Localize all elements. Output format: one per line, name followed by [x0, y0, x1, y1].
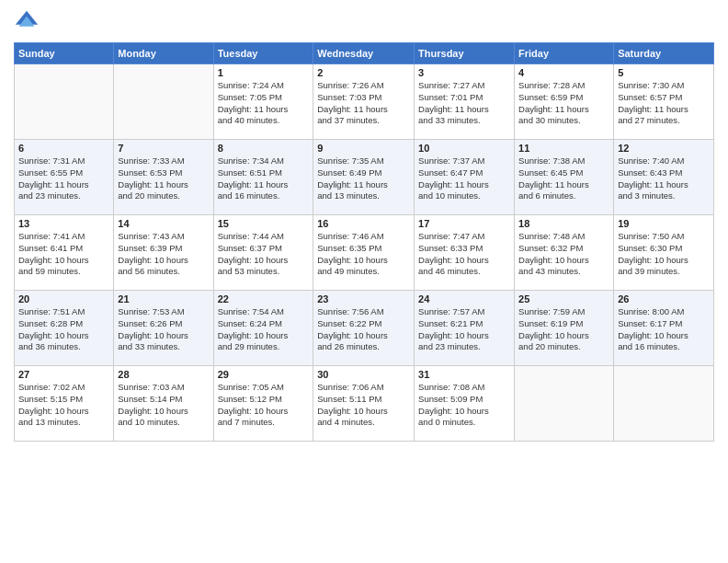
day-header-thursday: Thursday: [415, 43, 515, 64]
day-info: Sunrise: 7:50 AM Sunset: 6:30 PM Dayligh…: [618, 231, 710, 278]
header-row: SundayMondayTuesdayWednesdayThursdayFrid…: [15, 43, 714, 64]
day-info: Sunrise: 7:46 AM Sunset: 6:35 PM Dayligh…: [317, 231, 410, 278]
calendar-cell: 2Sunrise: 7:26 AM Sunset: 7:03 PM Daylig…: [313, 64, 415, 140]
calendar-cell: 22Sunrise: 7:54 AM Sunset: 6:24 PM Dayli…: [213, 291, 313, 366]
calendar-cell: 24Sunrise: 7:57 AM Sunset: 6:21 PM Dayli…: [415, 291, 515, 366]
calendar-cell: 7Sunrise: 7:33 AM Sunset: 6:53 PM Daylig…: [114, 140, 213, 215]
calendar-cell: 26Sunrise: 8:00 AM Sunset: 6:17 PM Dayli…: [614, 291, 714, 366]
day-info: Sunrise: 7:48 AM Sunset: 6:32 PM Dayligh…: [518, 231, 609, 278]
calendar-cell: 13Sunrise: 7:41 AM Sunset: 6:41 PM Dayli…: [15, 215, 114, 291]
day-info: Sunrise: 7:47 AM Sunset: 6:33 PM Dayligh…: [418, 231, 510, 278]
day-number: 19: [618, 218, 710, 229]
day-number: 20: [18, 293, 109, 304]
day-info: Sunrise: 7:35 AM Sunset: 6:49 PM Dayligh…: [317, 155, 410, 202]
day-number: 25: [518, 293, 609, 304]
calendar-cell: 19Sunrise: 7:50 AM Sunset: 6:30 PM Dayli…: [614, 215, 714, 291]
calendar-table: SundayMondayTuesdayWednesdayThursdayFrid…: [14, 42, 714, 442]
day-number: 7: [118, 143, 209, 154]
day-number: 13: [18, 218, 109, 229]
calendar-cell: [114, 64, 213, 140]
calendar-cell: 17Sunrise: 7:47 AM Sunset: 6:33 PM Dayli…: [415, 215, 515, 291]
calendar-week-4: 20Sunrise: 7:51 AM Sunset: 6:28 PM Dayli…: [15, 291, 714, 366]
calendar-cell: [15, 64, 114, 140]
day-number: 27: [18, 369, 109, 380]
day-info: Sunrise: 7:02 AM Sunset: 5:15 PM Dayligh…: [18, 382, 109, 429]
calendar-week-1: 1Sunrise: 7:24 AM Sunset: 7:05 PM Daylig…: [15, 64, 714, 140]
calendar-cell: 10Sunrise: 7:37 AM Sunset: 6:47 PM Dayli…: [415, 140, 515, 215]
calendar-cell: 27Sunrise: 7:02 AM Sunset: 5:15 PM Dayli…: [15, 366, 114, 442]
day-header-friday: Friday: [515, 43, 614, 64]
day-info: Sunrise: 7:41 AM Sunset: 6:41 PM Dayligh…: [18, 231, 109, 278]
calendar-cell: 14Sunrise: 7:43 AM Sunset: 6:39 PM Dayli…: [114, 215, 213, 291]
calendar-cell: 11Sunrise: 7:38 AM Sunset: 6:45 PM Dayli…: [515, 140, 614, 215]
day-number: 2: [317, 67, 410, 78]
calendar-cell: 25Sunrise: 7:59 AM Sunset: 6:19 PM Dayli…: [515, 291, 614, 366]
day-info: Sunrise: 7:24 AM Sunset: 7:05 PM Dayligh…: [218, 80, 310, 127]
calendar-cell: 29Sunrise: 7:05 AM Sunset: 5:12 PM Dayli…: [213, 366, 313, 442]
day-header-monday: Monday: [114, 43, 213, 64]
day-info: Sunrise: 7:33 AM Sunset: 6:53 PM Dayligh…: [118, 155, 209, 202]
day-number: 5: [618, 67, 710, 78]
calendar-cell: 21Sunrise: 7:53 AM Sunset: 6:26 PM Dayli…: [114, 291, 213, 366]
calendar-week-2: 6Sunrise: 7:31 AM Sunset: 6:55 PM Daylig…: [15, 140, 714, 215]
day-number: 23: [317, 293, 410, 304]
calendar-page: SundayMondayTuesdayWednesdayThursdayFrid…: [0, 0, 728, 563]
day-number: 22: [218, 293, 310, 304]
day-info: Sunrise: 7:34 AM Sunset: 6:51 PM Dayligh…: [218, 155, 310, 202]
day-info: Sunrise: 7:08 AM Sunset: 5:09 PM Dayligh…: [418, 382, 510, 429]
day-number: 1: [218, 67, 310, 78]
calendar-cell: [515, 366, 614, 442]
day-info: Sunrise: 8:00 AM Sunset: 6:17 PM Dayligh…: [618, 306, 710, 353]
calendar-cell: 5Sunrise: 7:30 AM Sunset: 6:57 PM Daylig…: [614, 64, 714, 140]
day-number: 15: [218, 218, 310, 229]
day-info: Sunrise: 7:43 AM Sunset: 6:39 PM Dayligh…: [118, 231, 209, 278]
day-number: 30: [317, 369, 410, 380]
day-info: Sunrise: 7:40 AM Sunset: 6:43 PM Dayligh…: [618, 155, 710, 202]
calendar-cell: 23Sunrise: 7:56 AM Sunset: 6:22 PM Dayli…: [313, 291, 415, 366]
day-number: 24: [418, 293, 510, 304]
calendar-cell: 20Sunrise: 7:51 AM Sunset: 6:28 PM Dayli…: [15, 291, 114, 366]
day-info: Sunrise: 7:30 AM Sunset: 6:57 PM Dayligh…: [618, 80, 710, 127]
day-number: 9: [317, 143, 410, 154]
day-number: 3: [418, 67, 510, 78]
calendar-cell: [614, 366, 714, 442]
calendar-cell: 12Sunrise: 7:40 AM Sunset: 6:43 PM Dayli…: [614, 140, 714, 215]
calendar-cell: 6Sunrise: 7:31 AM Sunset: 6:55 PM Daylig…: [15, 140, 114, 215]
day-info: Sunrise: 7:54 AM Sunset: 6:24 PM Dayligh…: [218, 306, 310, 353]
calendar-cell: 8Sunrise: 7:34 AM Sunset: 6:51 PM Daylig…: [213, 140, 313, 215]
calendar-cell: 16Sunrise: 7:46 AM Sunset: 6:35 PM Dayli…: [313, 215, 415, 291]
day-info: Sunrise: 7:51 AM Sunset: 6:28 PM Dayligh…: [18, 306, 109, 353]
day-number: 26: [618, 293, 710, 304]
calendar-cell: 31Sunrise: 7:08 AM Sunset: 5:09 PM Dayli…: [415, 366, 515, 442]
calendar-cell: 30Sunrise: 7:06 AM Sunset: 5:11 PM Dayli…: [313, 366, 415, 442]
day-info: Sunrise: 7:05 AM Sunset: 5:12 PM Dayligh…: [218, 382, 310, 429]
calendar-cell: 1Sunrise: 7:24 AM Sunset: 7:05 PM Daylig…: [213, 64, 313, 140]
calendar-cell: 3Sunrise: 7:27 AM Sunset: 7:01 PM Daylig…: [415, 64, 515, 140]
calendar-cell: 28Sunrise: 7:03 AM Sunset: 5:14 PM Dayli…: [114, 366, 213, 442]
day-info: Sunrise: 7:44 AM Sunset: 6:37 PM Dayligh…: [218, 231, 310, 278]
day-number: 28: [118, 369, 209, 380]
day-info: Sunrise: 7:57 AM Sunset: 6:21 PM Dayligh…: [418, 306, 510, 353]
day-info: Sunrise: 7:59 AM Sunset: 6:19 PM Dayligh…: [518, 306, 609, 353]
calendar-cell: 9Sunrise: 7:35 AM Sunset: 6:49 PM Daylig…: [313, 140, 415, 215]
calendar-cell: 18Sunrise: 7:48 AM Sunset: 6:32 PM Dayli…: [515, 215, 614, 291]
day-number: 14: [118, 218, 209, 229]
day-header-tuesday: Tuesday: [213, 43, 313, 64]
day-info: Sunrise: 7:26 AM Sunset: 7:03 PM Dayligh…: [317, 80, 410, 127]
day-number: 17: [418, 218, 510, 229]
day-number: 31: [418, 369, 510, 380]
day-header-wednesday: Wednesday: [313, 43, 415, 64]
day-info: Sunrise: 7:56 AM Sunset: 6:22 PM Dayligh…: [317, 306, 410, 353]
logo-icon: [14, 9, 40, 35]
calendar-week-3: 13Sunrise: 7:41 AM Sunset: 6:41 PM Dayli…: [15, 215, 714, 291]
day-header-sunday: Sunday: [15, 43, 114, 64]
day-info: Sunrise: 7:27 AM Sunset: 7:01 PM Dayligh…: [418, 80, 510, 127]
logo: [14, 9, 41, 35]
day-number: 10: [418, 143, 510, 154]
day-number: 29: [218, 369, 310, 380]
day-number: 11: [518, 143, 609, 154]
day-number: 18: [518, 218, 609, 229]
day-info: Sunrise: 7:31 AM Sunset: 6:55 PM Dayligh…: [18, 155, 109, 202]
day-number: 21: [118, 293, 209, 304]
day-header-saturday: Saturday: [614, 43, 714, 64]
